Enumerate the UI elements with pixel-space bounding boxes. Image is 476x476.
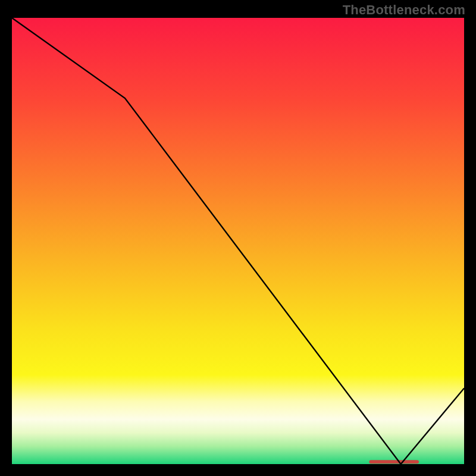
plot-svg [12, 18, 464, 464]
chart-container: TheBottleneck.com [0, 0, 476, 476]
watermark-text: TheBottleneck.com [343, 2, 465, 18]
plot-frame [12, 18, 464, 464]
svg-rect-0 [369, 460, 419, 464]
gradient-background [12, 18, 464, 464]
minimum-marker [369, 460, 419, 464]
